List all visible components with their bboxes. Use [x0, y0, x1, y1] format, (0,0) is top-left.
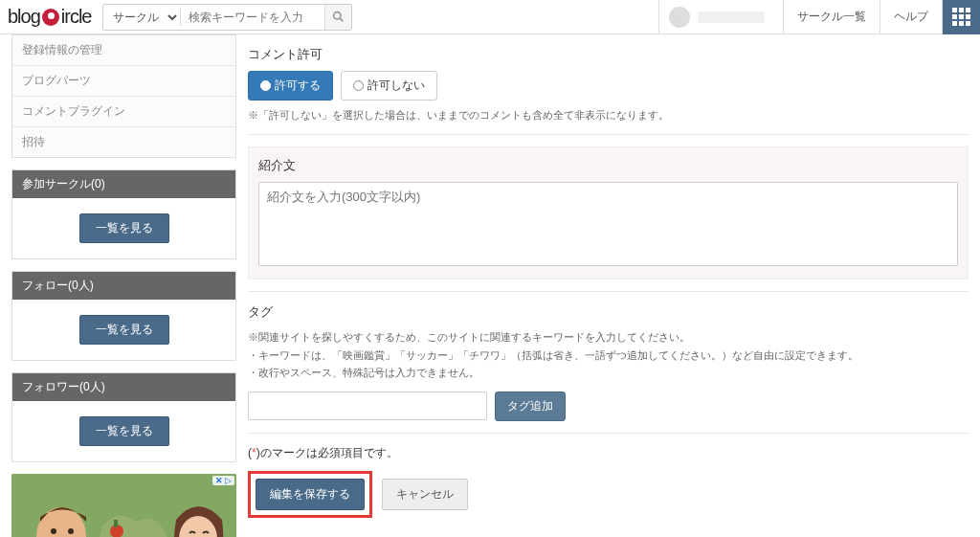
avatar [669, 7, 690, 28]
menu-item-register-info[interactable]: 登録情報の管理 [12, 35, 235, 66]
intro-textarea[interactable] [258, 182, 958, 266]
tag-add-button[interactable]: タグ追加 [495, 392, 566, 421]
tag-input[interactable] [248, 392, 487, 420]
topbar: blog ircle サークル サークル一覧 ヘルプ [0, 0, 980, 34]
radio-deny[interactable]: 許可しない [341, 71, 437, 101]
view-list-button[interactable]: 一覧を見る [79, 315, 169, 345]
ad-badge[interactable]: ✕▷ [212, 476, 234, 485]
logo[interactable]: blog ircle [8, 6, 91, 28]
topbar-right: サークル一覧 ヘルプ [658, 0, 980, 34]
section-intro: 紹介文 [248, 134, 969, 291]
ad-close-icon[interactable]: ✕ [215, 476, 223, 485]
panel-follow: フォロー(0人) 一覧を見る [11, 271, 236, 361]
page: 登録情報の管理 ブログパーツ コメントプラグイン 招待 参加サークル(0) 一覧… [0, 34, 980, 537]
sidebar-menu: 登録情報の管理 ブログパーツ コメントプラグイン 招待 [11, 34, 236, 158]
apps-button[interactable] [942, 0, 980, 34]
logo-icon [42, 9, 59, 26]
section-label: 紹介文 [258, 157, 958, 174]
panel-title: フォロー(0人) [12, 272, 235, 300]
search-icon [332, 11, 345, 23]
tag-note-line: ・改行やスペース、特殊記号は入力できません。 [248, 364, 969, 382]
nav-circle-list[interactable]: サークル一覧 [783, 0, 880, 34]
search-button[interactable] [324, 5, 351, 30]
view-list-button[interactable]: 一覧を見る [79, 213, 169, 243]
search-input[interactable] [181, 11, 324, 24]
tag-notes: ※関連サイトを探しやすくするため、このサイトに関連するキーワードを入力してくださ… [248, 328, 969, 382]
logo-text-right: ircle [61, 6, 92, 28]
svg-line-1 [341, 18, 344, 21]
svg-point-0 [334, 12, 341, 19]
nav-help[interactable]: ヘルプ [880, 0, 942, 34]
adchoices-icon: ▷ [225, 476, 232, 485]
radio-icon [353, 80, 364, 91]
ad-image [11, 474, 236, 537]
menu-item-invite[interactable]: 招待 [12, 127, 235, 157]
user-menu[interactable] [658, 0, 783, 34]
svg-rect-8 [114, 520, 118, 527]
intro-box: 紹介文 [248, 146, 969, 280]
section-label: タグ [248, 303, 969, 321]
cancel-button[interactable]: キャンセル [382, 479, 468, 510]
tag-input-row: タグ追加 [248, 392, 969, 421]
action-row: 編集を保存する キャンセル [248, 471, 969, 518]
apps-icon [952, 8, 970, 26]
section-label: コメント許可 [248, 46, 969, 63]
username-placeholder [698, 11, 765, 23]
logo-text-left: blog [8, 6, 40, 28]
panel-title: 参加サークル(0) [12, 170, 235, 198]
sidebar: 登録情報の管理 ブログパーツ コメントプラグイン 招待 参加サークル(0) 一覧… [0, 34, 236, 537]
radio-label: 許可する [275, 78, 321, 94]
radio-icon [260, 80, 271, 91]
radio-label: 許可しない [368, 78, 425, 94]
radio-group: 許可する 許可しない [248, 71, 969, 101]
search-bar: サークル [102, 4, 352, 31]
section-comment-permission: コメント許可 許可する 許可しない ※「許可しない」を選択した場合は、いままでの… [248, 34, 969, 134]
svg-point-4 [51, 528, 56, 534]
permission-note: ※「許可しない」を選択した場合は、いままでのコメントも含め全て非表示になります。 [248, 108, 969, 123]
main-content: コメント許可 許可する 許可しない ※「許可しない」を選択した場合は、いままでの… [236, 34, 980, 537]
svg-point-5 [68, 528, 74, 534]
highlight-box: 編集を保存する [248, 471, 372, 518]
search-scope-select[interactable]: サークル [103, 5, 180, 30]
panel-follower: フォロワー(0人) 一覧を見る [11, 372, 236, 462]
tag-note-line: ※関連サイトを探しやすくするため、このサイトに関連するキーワードを入力してくださ… [248, 328, 969, 347]
section-tag: タグ ※関連サイトを探しやすくするため、このサイトに関連するキーワードを入力して… [248, 291, 969, 433]
view-list-button[interactable]: 一覧を見る [79, 416, 169, 446]
tag-note-line: ・キーワードは、「映画鑑賞」「サッカー」「チワワ」（括弧は省き、一語ずつ追加して… [248, 347, 969, 365]
required-note: (*)のマークは必須項目です。 [248, 445, 969, 461]
panel-join-circles: 参加サークル(0) 一覧を見る [11, 169, 236, 259]
save-button[interactable]: 編集を保存する [256, 479, 365, 510]
advertisement[interactable]: ✕▷ [11, 474, 236, 537]
section-actions: (*)のマークは必須項目です。 編集を保存する キャンセル [248, 433, 969, 529]
menu-item-comment-plugin[interactable]: コメントプラグイン [12, 97, 235, 127]
panel-title: フォロワー(0人) [12, 373, 235, 401]
radio-allow[interactable]: 許可する [248, 71, 333, 101]
menu-item-blog-parts[interactable]: ブログパーツ [12, 66, 235, 97]
